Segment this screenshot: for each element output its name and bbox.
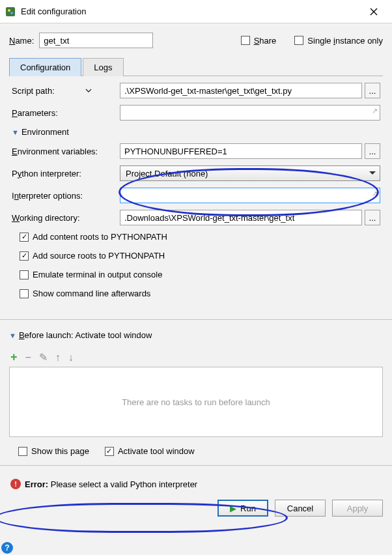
app-icon (5, 7, 16, 17)
show-cmdline-label: Show command line afterwards (33, 289, 150, 298)
python-interpreter-value: Project Default (none) (126, 169, 208, 178)
checkbox-box (20, 289, 29, 298)
script-path-dropdown-icon[interactable] (85, 86, 92, 96)
checkbox-box (18, 447, 27, 456)
env-vars-browse-button[interactable]: ... (365, 143, 380, 159)
add-source-roots-label: Add source roots to PYTHONPATH (33, 251, 165, 261)
interpreter-options-input[interactable] (120, 188, 380, 203)
script-path-input[interactable] (120, 83, 362, 98)
activate-tool-window-label: Activate tool window (118, 446, 195, 456)
add-content-roots-checkbox[interactable]: Add content roots to PYTHONPATH (20, 232, 380, 242)
single-instance-checkbox[interactable]: Single instance only (294, 36, 383, 46)
edit-task-icon[interactable]: ✎ (39, 351, 48, 363)
expand-icon[interactable]: ↗ (372, 190, 378, 198)
parameters-label: Parameters: (12, 108, 116, 118)
single-instance-label: Single instance only (307, 36, 383, 46)
error-row: ! Error: Please select a valid Python in… (10, 479, 383, 489)
cancel-button[interactable]: Cancel (275, 500, 326, 517)
emulate-terminal-checkbox[interactable]: Emulate terminal in output console (20, 270, 380, 279)
working-directory-input[interactable] (120, 210, 362, 225)
svg-point-2 (10, 12, 13, 14)
environment-section-label: Environment (21, 127, 69, 137)
checkbox-box (20, 233, 29, 242)
show-this-page-label: Show this page (31, 446, 89, 456)
env-vars-label: Environment variables: (12, 147, 116, 156)
working-directory-browse-button[interactable]: ... (365, 210, 380, 225)
triangle-down-icon: ▼ (12, 128, 19, 136)
checkbox-box (105, 447, 114, 456)
tab-logs[interactable]: Logs (83, 58, 123, 76)
svg-rect-0 (6, 7, 15, 16)
move-up-icon[interactable]: ↑ (55, 352, 61, 363)
working-directory-label: Working directory: (12, 213, 116, 223)
before-launch-toggle[interactable]: ▼ Before launch: Activate tool window (9, 330, 383, 340)
error-icon: ! (10, 479, 21, 489)
svg-point-1 (8, 9, 10, 12)
before-launch-empty-text: There are no tasks to run before launch (122, 397, 270, 407)
play-icon: ▶ (230, 504, 236, 513)
add-content-roots-label: Add content roots to PYTHONPATH (33, 232, 167, 242)
run-button-label: Run (240, 504, 256, 513)
before-launch-label: Before launch: Activate tool window (19, 330, 152, 340)
name-label: Name: (9, 36, 34, 46)
window-title: Edit configuration (21, 7, 361, 16)
remove-task-icon[interactable]: − (25, 352, 31, 363)
script-path-browse-button[interactable]: ... (365, 83, 380, 98)
add-source-roots-checkbox[interactable]: Add source roots to PYTHONPATH (20, 251, 380, 261)
help-icon[interactable]: ? (1, 542, 13, 554)
python-interpreter-select[interactable]: Project Default (none) (120, 165, 380, 181)
checkbox-box (294, 36, 303, 45)
share-checkbox[interactable]: Share (241, 36, 277, 46)
script-path-label: Script path: (12, 86, 116, 96)
close-icon[interactable] (361, 1, 387, 22)
parameters-input[interactable] (120, 105, 380, 121)
show-cmdline-checkbox[interactable]: Show command line afterwards (20, 289, 380, 298)
apply-button: Apply (332, 500, 383, 517)
python-interpreter-label: Python interpreter: (12, 169, 116, 178)
share-label: Share (254, 36, 277, 46)
before-launch-tasks-list: There are no tasks to run before launch (9, 367, 383, 437)
emulate-terminal-label: Emulate terminal in output console (33, 270, 162, 279)
checkbox-box (20, 270, 29, 279)
add-task-icon[interactable]: + (10, 350, 18, 364)
checkbox-box (20, 251, 29, 261)
environment-section-toggle[interactable]: ▼ Environment (12, 127, 380, 137)
tab-configuration[interactable]: Configuration (9, 58, 81, 76)
env-vars-input[interactable] (120, 143, 362, 159)
error-text: Error: Please select a valid Python inte… (25, 479, 197, 489)
activate-tool-window-checkbox[interactable]: Activate tool window (105, 446, 195, 456)
name-input[interactable] (39, 33, 153, 48)
expand-icon[interactable]: ↗ (372, 107, 378, 115)
show-this-page-checkbox[interactable]: Show this page (18, 446, 89, 456)
interpreter-options-label: Interpreter options: (12, 191, 116, 201)
checkbox-box (241, 36, 250, 45)
move-down-icon[interactable]: ↓ (68, 352, 74, 363)
run-button[interactable]: ▶ Run (217, 500, 268, 517)
triangle-down-icon: ▼ (9, 332, 16, 339)
